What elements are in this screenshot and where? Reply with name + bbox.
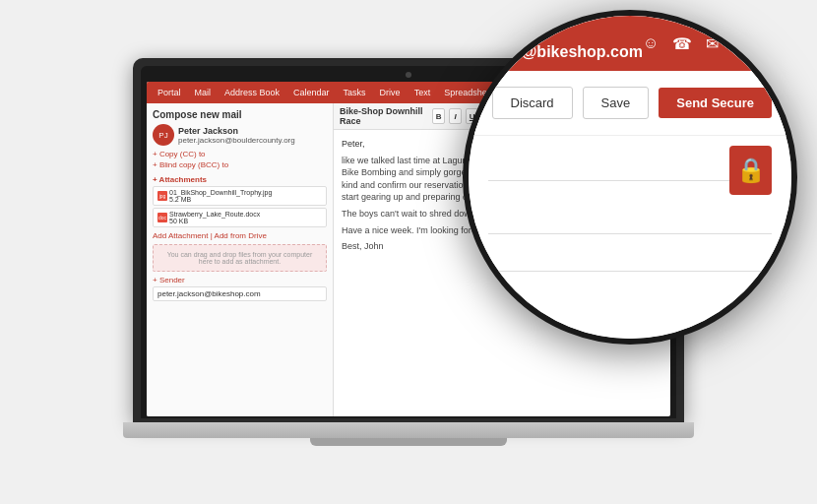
sender-details: Peter Jackson peter.jackson@bouldercount…	[178, 126, 295, 145]
attachments-label: + Attachments	[153, 175, 327, 184]
email-tab-label: Bike-Shop Downhill Race	[340, 106, 424, 126]
nav-item-address-book[interactable]: Address Book	[220, 86, 284, 99]
add-attachment-btn[interactable]: Add Attachment | Add from Drive	[153, 231, 327, 240]
nav-item-mail[interactable]: Mail	[190, 86, 217, 99]
nav-item-drive[interactable]: Drive	[375, 86, 406, 99]
bell-icon[interactable]: ✉	[706, 34, 719, 53]
blind-copy-field[interactable]: + Blind copy (BCC) to	[153, 160, 327, 169]
laptop-stand	[310, 438, 507, 446]
nav-item-text[interactable]: Text	[409, 86, 436, 99]
save-button[interactable]: Save	[583, 87, 650, 119]
phone-icon[interactable]: ☎	[672, 34, 692, 53]
compose-pane: Compose new mail PJ Peter Jackson peter.…	[147, 103, 334, 416]
refresh-icon[interactable]: ↻	[732, 34, 745, 53]
lock-icon: 🔒	[729, 146, 772, 195]
attachment-item-2[interactable]: doc Strawberry_Lake_Route.docx 50 KB	[153, 208, 327, 227]
italic-btn[interactable]: I	[449, 108, 462, 124]
sender-field: + Sender peter.jackson@bikeshop.com	[153, 276, 327, 301]
laptop-base	[123, 422, 694, 438]
attachment-item-1[interactable]: jpg 01_BikShop_Downhill_Trophy.jpg 5.2 M…	[153, 186, 327, 206]
mag-icons: ☺ ☎ ✉ ↻ ? ☰	[643, 34, 795, 53]
mag-input-line-3[interactable]	[488, 242, 772, 272]
attachment-name-2: Strawberry_Lake_Route.docx 50 KB	[169, 211, 260, 224]
mag-input-line[interactable]	[488, 152, 729, 181]
lock-symbol: 🔒	[736, 157, 766, 184]
magnify-overlay: in as: john@bikeshop.com ☺ ☎ ✉ ↻ ? ☰ Dis…	[463, 10, 797, 345]
signed-in-prefix: in as:	[488, 26, 530, 42]
sender-email-display: peter.jackson@bouldercounty.org	[178, 136, 295, 145]
nav-item-portal[interactable]: Portal	[153, 86, 186, 99]
user-email-display: john@bikeshop.com	[488, 43, 643, 60]
attachment-name-1: 01_BikShop_Downhill_Trophy.jpg 5.2 MB	[169, 189, 272, 203]
menu-icon[interactable]: ☰	[782, 34, 795, 53]
avatar: PJ	[153, 124, 174, 146]
magnify-content: in as: john@bikeshop.com ☺ ☎ ✉ ↻ ? ☰ Dis…	[469, 16, 791, 339]
compose-title: Compose new mail	[153, 109, 327, 120]
mag-input-line-2[interactable]	[488, 205, 772, 234]
copy-cc-field[interactable]: + Copy (CC) to	[153, 150, 327, 158]
nav-item-calendar[interactable]: Calendar	[288, 86, 335, 99]
mag-user-text: in as: john@bikeshop.com	[488, 26, 643, 61]
scene: Portal Mail Address Book Calendar Tasks …	[0, 0, 817, 504]
mag-action-bar: Discard Save Send Secure	[469, 71, 791, 136]
webcam-dot	[406, 72, 411, 78]
attachment-icon-1: jpg	[157, 191, 167, 201]
mag-lock-area: 🔒	[469, 146, 791, 195]
drag-drop-area: You can drag and drop files from your co…	[153, 244, 327, 272]
sender-email-dropdown[interactable]: peter.jackson@bikeshop.com	[153, 286, 327, 301]
attachments-section: + Attachments jpg 01_BikShop_Downhill_Tr…	[153, 175, 327, 229]
sender-info: PJ Peter Jackson peter.jackson@boulderco…	[153, 124, 327, 146]
mag-header: in as: john@bikeshop.com ☺ ☎ ✉ ↻ ? ☰	[469, 16, 791, 71]
sender-name: Peter Jackson	[178, 126, 295, 136]
discard-button[interactable]: Discard	[492, 87, 573, 119]
send-secure-button[interactable]: Send Secure	[659, 88, 772, 118]
bold-btn[interactable]: B	[432, 108, 445, 124]
nav-item-tasks[interactable]: Tasks	[339, 86, 371, 99]
attachment-icon-2: doc	[157, 213, 167, 222]
person-icon[interactable]: ☺	[643, 34, 659, 52]
question-icon[interactable]: ?	[759, 34, 768, 52]
